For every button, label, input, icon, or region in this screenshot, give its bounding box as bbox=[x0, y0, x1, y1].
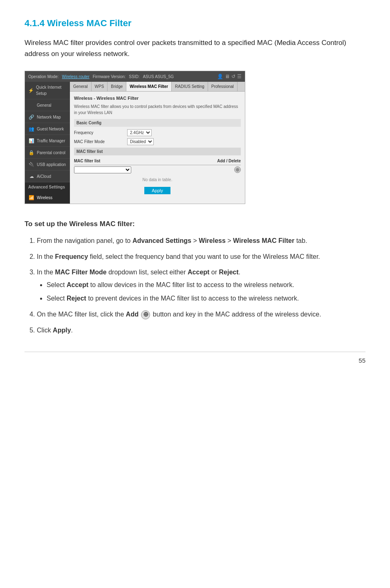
frequency-label: Frequency bbox=[74, 130, 127, 136]
sidebar-label-quick-internet: Quick Internet Setup bbox=[36, 84, 67, 97]
add-button[interactable]: ⊕ bbox=[234, 166, 241, 173]
basic-config-label: Basic Config bbox=[74, 119, 241, 127]
icon-menu: ☰ bbox=[237, 73, 242, 80]
step3-bold2: Accept bbox=[188, 269, 209, 276]
step3-bullet-accept: Select Accept to allow devices in the MA… bbox=[47, 280, 365, 290]
step3-bullet-reject: Select Reject to prevent devices in the … bbox=[47, 294, 365, 304]
wireless-icon: 📶 bbox=[28, 194, 35, 201]
tab-wireless-mac-filter[interactable]: Wireless MAC Filter bbox=[126, 82, 172, 91]
operation-mode-value: Wireless router bbox=[62, 74, 90, 80]
step1-bold2: Wireless bbox=[199, 237, 226, 244]
accept-bold: Accept bbox=[67, 281, 88, 288]
step1-bold1: Advanced Settings bbox=[132, 237, 191, 244]
instruction-step-2: In the Frequency field, select the frequ… bbox=[37, 252, 365, 262]
sidebar-label-guest-network: Guest Network bbox=[37, 126, 64, 132]
instructions-list: From the navigation panel, go to Advance… bbox=[25, 236, 365, 336]
section-description: Wireless MAC filter allows you to contro… bbox=[74, 103, 241, 116]
router-top-icons: 👤 🖥 ↺ ☰ bbox=[217, 73, 242, 80]
step2-bold1: Frequency bbox=[55, 253, 88, 260]
sidebar-item-traffic-manager[interactable]: 📊 Traffic Manager bbox=[25, 135, 70, 147]
general-icon bbox=[28, 102, 35, 108]
instruction-step-3: In the MAC Filter Mode dropdown list, se… bbox=[37, 267, 365, 303]
ssid-value: ASUS ASUS_5G bbox=[143, 74, 174, 80]
apply-button[interactable]: Apply bbox=[144, 187, 170, 194]
sidebar-label-aicloud: AiCloud bbox=[37, 173, 51, 180]
sidebar-item-quick-internet-setup[interactable]: ⚡ Quick Internet Setup bbox=[25, 82, 70, 99]
router-top-bar: Operation Mode: Wireless router Firmware… bbox=[25, 71, 245, 82]
icon-refresh: ↺ bbox=[231, 73, 235, 80]
step3-bullets: Select Accept to allow devices in the MA… bbox=[37, 280, 365, 304]
mode-info: Operation Mode: Wireless router Firmware… bbox=[28, 74, 174, 80]
mac-filter-mode-row: MAC Filter Mode Disabled Accept Reject bbox=[74, 138, 241, 145]
sidebar-item-parental-control[interactable]: 🔒 Parental control bbox=[25, 147, 70, 159]
usb-icon: 🔌 bbox=[28, 161, 35, 168]
router-tabs: General WPS Bridge Wireless MAC Filter R… bbox=[70, 82, 245, 92]
step3-bold1: MAC Filter Mode bbox=[55, 269, 106, 276]
traffic-manager-icon: 📊 bbox=[28, 137, 35, 144]
sidebar-label-network-map: Network Map bbox=[37, 114, 61, 120]
router-main-content: General WPS Bridge Wireless MAC Filter R… bbox=[70, 82, 245, 204]
frequency-row: Frequency 2.4GHz 5GHz bbox=[74, 129, 241, 136]
sidebar-item-general[interactable]: General bbox=[25, 99, 70, 111]
router-ui-screenshot: Operation Mode: Wireless router Firmware… bbox=[25, 71, 245, 204]
page-title: 4.1.4 Wireless MAC Filter bbox=[25, 16, 365, 30]
mac-filter-mode-label: MAC Filter Mode bbox=[74, 139, 127, 145]
instruction-step-5: Click Apply. bbox=[37, 325, 365, 336]
tab-general[interactable]: General bbox=[70, 82, 92, 91]
sidebar-item-aicloud[interactable]: ☁ AiCloud bbox=[25, 171, 70, 182]
operation-mode-label: Operation Mode: bbox=[28, 74, 59, 80]
sidebar-item-usb-application[interactable]: 🔌 USB application bbox=[25, 159, 70, 171]
instructions-title: To set up the Wireless MAC filter: bbox=[25, 219, 365, 229]
ssid-label: SSID: bbox=[129, 74, 139, 80]
step4-add-bold: Add bbox=[126, 311, 139, 318]
add-delete-label: Add / Delete bbox=[217, 158, 241, 164]
frequency-select[interactable]: 2.4GHz 5GHz bbox=[127, 129, 152, 136]
sidebar-label-general: General bbox=[37, 102, 52, 108]
reject-bold: Reject bbox=[67, 295, 86, 302]
mac-entry-select[interactable] bbox=[74, 166, 131, 173]
sidebar-label-wireless: Wireless bbox=[37, 195, 52, 201]
intro-paragraph: Wireless MAC filter provides control ove… bbox=[25, 37, 365, 59]
page-footer: 55 bbox=[25, 352, 365, 366]
mac-filter-list-section: MAC filter list bbox=[74, 148, 241, 155]
step1-bold3: Wireless MAC Filter bbox=[233, 237, 294, 244]
guest-network-icon: 👥 bbox=[28, 126, 35, 132]
quick-internet-icon: ⚡ bbox=[28, 87, 34, 94]
network-map-icon: 🔗 bbox=[28, 114, 35, 120]
mac-table-header: MAC filter list Add / Delete bbox=[74, 157, 241, 165]
mac-filter-mode-select[interactable]: Disabled Accept Reject bbox=[127, 138, 154, 145]
tab-wps[interactable]: WPS bbox=[92, 82, 108, 91]
instruction-step-4: On the MAC filter list, click the Add ⊕ … bbox=[37, 310, 365, 320]
icon-user: 👤 bbox=[217, 73, 223, 80]
sidebar-label-parental-control: Parental control bbox=[37, 150, 65, 156]
parental-control-icon: 🔒 bbox=[28, 149, 35, 156]
tab-bridge[interactable]: Bridge bbox=[108, 82, 126, 91]
tab-professional[interactable]: Professional bbox=[208, 82, 238, 91]
page-number: 55 bbox=[359, 357, 365, 364]
router-body: ⚡ Quick Internet Setup General 🔗 Network… bbox=[25, 82, 245, 204]
no-data-message: No data in table. bbox=[74, 175, 241, 184]
sidebar-item-wireless[interactable]: 📶 Wireless bbox=[25, 192, 70, 204]
add-icon-inline: ⊕ bbox=[141, 310, 150, 319]
sidebar-label-traffic-manager: Traffic Manager bbox=[37, 138, 65, 144]
icon-monitor: 🖥 bbox=[225, 73, 230, 80]
sidebar-item-guest-network[interactable]: 👥 Guest Network bbox=[25, 123, 70, 135]
advanced-settings-header: Advanced Settings bbox=[25, 182, 70, 192]
tab-radius-setting[interactable]: RADIUS Setting bbox=[172, 82, 208, 91]
aicloud-icon: ☁ bbox=[28, 173, 35, 180]
section-title: Wireless - Wireless MAC Filter bbox=[74, 95, 241, 102]
instruction-step-1: From the navigation panel, go to Advance… bbox=[37, 236, 365, 246]
mac-table-row: ⊕ bbox=[74, 166, 241, 173]
apply-button-wrap: Apply bbox=[74, 187, 241, 194]
router-sidebar: ⚡ Quick Internet Setup General 🔗 Network… bbox=[25, 82, 70, 204]
router-content-area: Wireless - Wireless MAC Filter Wireless … bbox=[70, 92, 245, 197]
step3-bold3: Reject bbox=[219, 269, 239, 276]
mac-filter-list-header: MAC filter list bbox=[74, 158, 100, 164]
firmware-label: Firmware Version: bbox=[93, 74, 126, 80]
step5-apply-bold: Apply bbox=[53, 327, 71, 334]
sidebar-item-network-map[interactable]: 🔗 Network Map bbox=[25, 111, 70, 123]
sidebar-label-usb-application: USB application bbox=[37, 162, 66, 168]
